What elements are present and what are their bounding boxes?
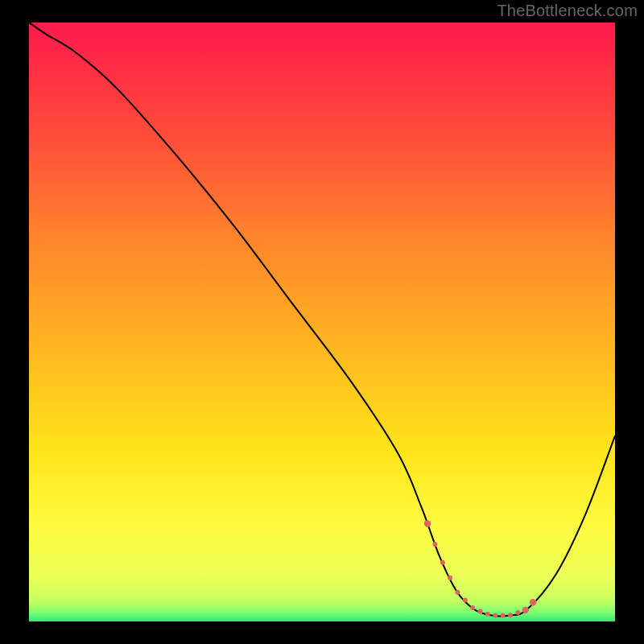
optimal-marker (493, 613, 497, 618)
optimal-marker (470, 605, 475, 610)
optimal-marker (530, 599, 536, 605)
optimal-marker (522, 607, 529, 613)
optimal-marker (501, 613, 506, 618)
optimal-marker (485, 612, 490, 617)
optimal-marker (455, 590, 460, 595)
optimal-marker (432, 542, 437, 547)
optimal-marker (463, 597, 468, 602)
chart-plot-area (29, 23, 615, 621)
optimal-marker (440, 560, 445, 565)
optimal-marker (424, 520, 431, 526)
watermark-text: TheBottleneck.com (497, 2, 638, 20)
gradient-background (29, 23, 615, 621)
bottleneck-chart (29, 23, 615, 621)
optimal-marker (508, 613, 513, 617)
optimal-marker (448, 576, 452, 580)
optimal-marker (478, 609, 483, 614)
optimal-marker (515, 610, 520, 615)
